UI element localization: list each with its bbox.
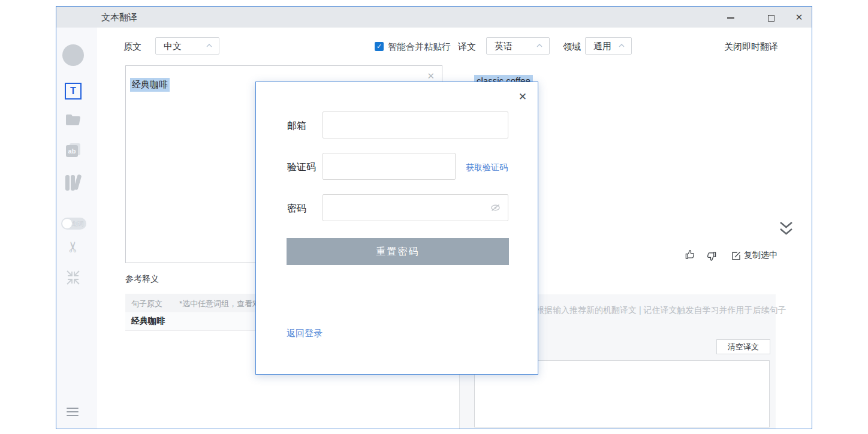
get-code-link[interactable]: 获取验证码 (466, 162, 508, 173)
suggestion-hint: 根据输入推荐新的机翻译文 | 记住译文触发自学习并作用于后续句子 (536, 305, 786, 316)
code-label: 验证码 (287, 161, 316, 174)
clear-translation-button[interactable]: 清空译文 (716, 339, 770, 354)
sidebar-item-screenshot-translate[interactable]: ✂ (65, 239, 82, 255)
toggle-label: 划词 (72, 220, 84, 228)
reference-title: 参考释义 (125, 274, 159, 285)
thumbs-down-button[interactable] (706, 251, 717, 262)
dictionary-ab-icon: ab (66, 143, 82, 158)
close-button[interactable]: ✕ (789, 7, 809, 28)
minimize-button[interactable] (721, 7, 741, 28)
chevron-up-icon (618, 43, 625, 48)
toggle-icon: 划词 (61, 218, 86, 230)
dialog-close-icon[interactable]: ✕ (519, 91, 527, 103)
edit-copy-icon (731, 251, 741, 261)
domain-select[interactable]: 通用 (585, 37, 632, 55)
copy-selected-label[interactable]: 复制选中 (744, 250, 777, 261)
password-field[interactable] (323, 194, 508, 221)
collapse-inward-icon (66, 270, 80, 285)
close-icon: ✕ (795, 12, 803, 22)
thumbs-down-icon (706, 251, 717, 262)
word-select-toggle[interactable]: 划词 (61, 218, 86, 230)
source-label: 原文 (123, 41, 141, 53)
sidebar-item-dictionary[interactable]: ab (66, 143, 82, 158)
titlebar: 文本翻译 ✕ (56, 7, 812, 28)
sidebar-item-file-translate[interactable] (65, 114, 81, 126)
email-label: 邮箱 (287, 120, 306, 132)
sidebar: T ab 划词 ✂ (56, 28, 97, 429)
reset-password-button[interactable]: 重置密码 (287, 238, 509, 265)
source-selected-text[interactable]: 经典咖啡 (130, 78, 170, 92)
check-icon: ✓ (376, 43, 382, 50)
folder-icon (65, 114, 81, 126)
merge-paste-label: 智能合并粘贴行 (388, 41, 451, 53)
sidebar-item-text-translate[interactable]: T (65, 83, 82, 100)
user-avatar-icon (62, 44, 84, 66)
thumbs-up-button[interactable] (685, 249, 696, 260)
domain-label: 领域 (563, 41, 581, 53)
maximize-icon (768, 15, 774, 22)
minimize-icon (727, 17, 734, 19)
instant-translate-toggle[interactable]: 关闭即时翻译 (724, 41, 778, 53)
back-to-login-link[interactable]: 返回登录 (287, 328, 323, 339)
avatar[interactable] (62, 44, 84, 66)
copy-selected-button[interactable] (731, 250, 741, 261)
thumbs-up-icon (685, 249, 696, 260)
hamburger-icon (67, 408, 79, 409)
chevron-up-icon (206, 43, 213, 48)
chevron-up-icon (536, 43, 543, 48)
merge-paste-checkbox[interactable]: ✓ (375, 42, 384, 51)
target-label: 译文 (458, 41, 476, 53)
app-window: 文本翻译 ✕ T ab (56, 6, 812, 429)
menu-button[interactable] (67, 405, 79, 418)
maximize-button[interactable] (761, 7, 781, 28)
source-lang-select[interactable]: 中文 (155, 37, 219, 55)
eye-slash-icon[interactable] (490, 203, 501, 212)
double-chevron-down-icon (779, 221, 794, 237)
reference-row-text: 经典咖啡 (131, 316, 165, 327)
source-lang-value: 中文 (164, 38, 182, 54)
email-field[interactable] (323, 111, 508, 138)
code-field[interactable] (323, 153, 456, 180)
sidebar-item-collapse[interactable] (66, 270, 80, 285)
domain-value: 通用 (593, 38, 611, 54)
scissors-icon: ✂ (65, 239, 82, 255)
target-lang-value: 英语 (495, 38, 513, 54)
password-label: 密码 (287, 203, 306, 215)
window-title: 文本翻译 (101, 7, 137, 28)
clear-source-icon[interactable]: ✕ (427, 71, 435, 82)
target-lang-select[interactable]: 英语 (486, 37, 550, 55)
column-source-label: 句子原文 (131, 299, 162, 309)
expand-more-button[interactable] (779, 221, 794, 237)
reset-password-dialog: ✕ 邮箱 验证码 获取验证码 密码 重置密码 返回登录 (255, 82, 538, 375)
text-select-icon: T (65, 83, 82, 100)
sidebar-item-library[interactable] (65, 174, 82, 191)
library-books-icon (65, 174, 82, 191)
